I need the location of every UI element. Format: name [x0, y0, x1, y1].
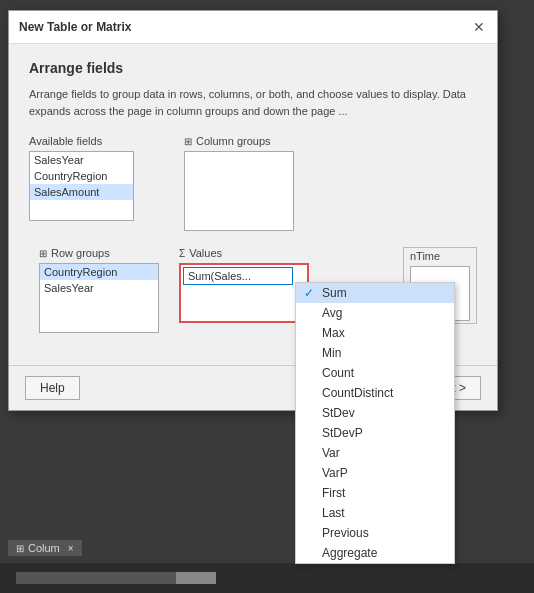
ntime-label: nTime — [410, 250, 470, 262]
dropdown-item[interactable]: VarP — [296, 463, 454, 483]
taskbar-bottom — [0, 563, 534, 593]
list-item[interactable]: CountryRegion — [30, 168, 133, 184]
values-label: Σ Values — [179, 247, 309, 259]
column-groups-group: ⊞ Column groups — [184, 135, 294, 231]
dropdown-item[interactable]: Sum — [296, 283, 454, 303]
dropdown-item[interactable]: StDev — [296, 403, 454, 423]
row-groups-section: ⊞ Row groups CountryRegion SalesYear — [39, 247, 159, 333]
tab-item[interactable]: ⊞ Colum × — [8, 540, 82, 556]
available-fields-group: Available fields SalesYear CountryRegion… — [29, 135, 134, 231]
dialog-title: New Table or Matrix — [19, 20, 131, 34]
dropdown-item[interactable]: Min — [296, 343, 454, 363]
scrollbar[interactable] — [16, 572, 216, 584]
dropdown-item[interactable]: Aggregate — [296, 543, 454, 563]
column-groups-box — [184, 151, 294, 231]
dropdown-item[interactable]: First — [296, 483, 454, 503]
row-groups-box: CountryRegion SalesYear — [39, 263, 159, 333]
list-item[interactable]: SalesYear — [40, 280, 158, 296]
list-item[interactable]: SalesYear — [30, 152, 133, 168]
close-button[interactable]: ✕ — [471, 19, 487, 35]
row-groups-label: ⊞ Row groups — [39, 247, 159, 259]
list-item[interactable]: CountryRegion — [40, 264, 158, 280]
tab-close-icon[interactable]: × — [68, 543, 74, 554]
dropdown-menu: SumAvgMaxMinCountCountDistinctStDevStDev… — [295, 282, 455, 564]
dropdown-item[interactable]: Last — [296, 503, 454, 523]
dropdown-item[interactable]: StDevP — [296, 423, 454, 443]
available-fields-box: SalesYear CountryRegion SalesAmount — [29, 151, 134, 221]
list-item[interactable]: SalesAmount — [30, 184, 133, 200]
fields-layout: Available fields SalesYear CountryRegion… — [29, 135, 477, 231]
dropdown-item[interactable]: Var — [296, 443, 454, 463]
column-groups-label: ⊞ Column groups — [184, 135, 294, 147]
description: Arrange fields to group data in rows, co… — [29, 86, 477, 119]
dropdown-item[interactable]: Avg — [296, 303, 454, 323]
help-button[interactable]: Help — [25, 376, 80, 400]
dropdown-item[interactable]: Previous — [296, 523, 454, 543]
available-fields-label: Available fields — [29, 135, 134, 147]
section-title: Arrange fields — [29, 60, 477, 76]
dropdown-item[interactable]: Max — [296, 323, 454, 343]
values-box — [179, 263, 309, 323]
values-input[interactable] — [183, 267, 293, 285]
dialog-titlebar: New Table or Matrix ✕ — [9, 11, 497, 44]
dropdown-item[interactable]: Count — [296, 363, 454, 383]
tab-label: Colum — [28, 542, 60, 554]
values-section: Σ Values — [179, 247, 309, 333]
dropdown-item[interactable]: CountDistinct — [296, 383, 454, 403]
scroll-thumb[interactable] — [176, 572, 216, 584]
